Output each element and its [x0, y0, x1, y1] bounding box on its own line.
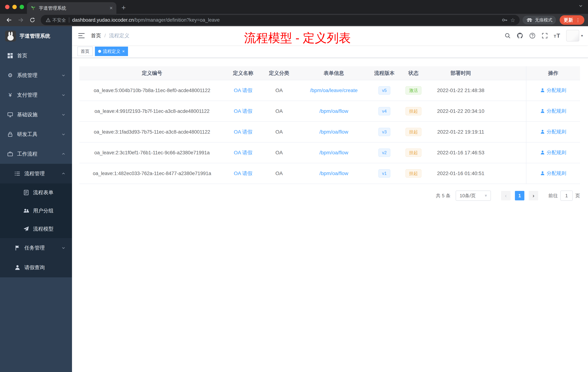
- definition-name-link[interactable]: OA 请假: [234, 171, 252, 176]
- assign-rule-link[interactable]: 分配规则: [540, 170, 566, 176]
- cell-form-info: /bpm/oa/flow: [297, 163, 371, 184]
- definition-name-link[interactable]: OA 请假: [234, 129, 252, 135]
- sidebar-item-system[interactable]: ⚙ 系统管理: [0, 66, 72, 85]
- chevron-down-icon: [62, 73, 65, 77]
- sidebar-item-user-group[interactable]: 用户分组: [0, 202, 72, 220]
- sidebar-item-label: 研发工具: [17, 131, 57, 138]
- user-avatar-dropdown[interactable]: ▾: [566, 30, 583, 42]
- cell-deploy-time: 2022-01-16 01:40:51: [429, 163, 492, 184]
- prev-page-button[interactable]: ‹: [501, 191, 511, 200]
- column-header-form: 表单信息: [297, 66, 371, 80]
- goto-page-input[interactable]: [560, 191, 573, 201]
- assign-rule-label: 分配规则: [547, 87, 566, 94]
- caret-down-icon: ▾: [581, 33, 583, 38]
- next-page-button[interactable]: ›: [529, 191, 538, 200]
- page-number-button[interactable]: 1: [515, 191, 524, 200]
- version-badge: v5: [378, 86, 390, 95]
- tab-close-icon[interactable]: ×: [109, 5, 113, 11]
- zoom-window-button[interactable]: [20, 5, 24, 9]
- column-header-name: 定义名称: [225, 66, 262, 80]
- sidebar-item-task-management[interactable]: 任务管理: [0, 238, 72, 258]
- form-link[interactable]: /bpm/oa/leave/create: [310, 88, 358, 93]
- tag-home[interactable]: 首页: [77, 47, 93, 56]
- url-host: dashboard.yudao.iocoder.cn: [72, 17, 134, 23]
- goto-unit-label: 页: [575, 193, 580, 199]
- active-dot: [98, 50, 101, 53]
- pagination-goto: 前往 页: [548, 191, 580, 201]
- form-link[interactable]: /bpm/oa/flow: [319, 108, 348, 114]
- sidebar-item-home[interactable]: 首页: [0, 46, 72, 66]
- cell-definition-name: OA 请假: [225, 101, 262, 121]
- sidebar-item-label: 任务管理: [24, 244, 57, 251]
- form-link[interactable]: /bpm/oa/flow: [319, 150, 348, 155]
- sidebar-item-devtools[interactable]: 研发工具: [0, 124, 72, 144]
- address-bar[interactable]: 不安全 dashboard.yudao.iocoder.cn/bpm/manag…: [41, 15, 520, 25]
- form-link[interactable]: /bpm/oa/flow: [319, 171, 348, 176]
- breadcrumb-home[interactable]: 首页: [91, 32, 101, 39]
- definition-name-link[interactable]: OA 请假: [234, 88, 252, 93]
- cell-version: v5: [371, 80, 398, 101]
- version-badge: v1: [378, 169, 390, 178]
- forward-button[interactable]: [15, 15, 26, 25]
- cell-filler: [492, 142, 526, 163]
- sidebar-item-workflow[interactable]: 工作流程: [0, 144, 72, 164]
- tag-close-icon[interactable]: ×: [122, 49, 125, 54]
- briefcase-icon: [7, 151, 13, 157]
- browser-menu-icon[interactable]: ⋮: [576, 17, 580, 23]
- fullscreen-icon[interactable]: [538, 26, 551, 45]
- close-window-button[interactable]: [5, 5, 10, 9]
- home-icon: [7, 53, 13, 59]
- assign-rule-link[interactable]: 分配规则: [540, 129, 566, 135]
- sidebar-item-process-form[interactable]: 流程表单: [0, 184, 72, 202]
- sidebar-item-process-model[interactable]: 流程模型: [0, 220, 72, 238]
- search-icon[interactable]: [502, 26, 514, 45]
- sidebar-item-infrastructure[interactable]: 基础设施: [0, 105, 72, 124]
- tag-label: 首页: [81, 48, 89, 54]
- reload-button[interactable]: [27, 15, 38, 25]
- app-title: 芋道管理系统: [20, 33, 50, 40]
- cell-status: 挂起: [398, 163, 429, 184]
- font-size-icon[interactable]: TT: [551, 26, 563, 45]
- tag-process-definition[interactable]: 流程定义 ×: [95, 47, 128, 56]
- assign-rule-label: 分配规则: [547, 108, 566, 114]
- bookmark-star-icon[interactable]: ☆: [510, 17, 515, 23]
- password-key-icon[interactable]: [502, 17, 507, 23]
- assign-rule-link[interactable]: 分配规则: [540, 108, 566, 114]
- page-size-select[interactable]: 10条/页 ▼: [456, 191, 491, 201]
- incognito-label: 无痕模式: [535, 17, 552, 23]
- incognito-icon: [526, 18, 533, 22]
- chevron-down-icon: [62, 246, 65, 250]
- help-icon[interactable]: [526, 26, 538, 45]
- assign-rule-link[interactable]: 分配规则: [540, 149, 566, 156]
- sidebar-item-payment[interactable]: ¥ 支付管理: [0, 85, 72, 105]
- minimize-window-button[interactable]: [12, 5, 17, 9]
- chevron-down-icon: [62, 93, 65, 97]
- browser-update-button[interactable]: 更新 ⋮: [560, 15, 584, 25]
- github-icon[interactable]: [514, 26, 526, 45]
- lock-icon: [7, 131, 13, 137]
- assign-rule-label: 分配规则: [547, 129, 566, 135]
- status-badge: 挂起: [405, 128, 421, 136]
- definition-name-link[interactable]: OA 请假: [234, 108, 252, 114]
- pagination: 共 5 条 10条/页 ▼ ‹ 1 › 前往 页: [79, 191, 580, 212]
- back-button[interactable]: [4, 15, 15, 25]
- form-link[interactable]: /bpm/oa/flow: [319, 129, 348, 135]
- cell-category: OA: [262, 142, 297, 163]
- list-icon: [15, 171, 20, 176]
- sidebar-item-process-management[interactable]: 流程管理: [0, 164, 72, 184]
- user-icon: [540, 129, 545, 134]
- hamburger-icon[interactable]: [72, 26, 91, 45]
- assign-rule-link[interactable]: 分配规则: [540, 87, 566, 94]
- sidebar-item-leave-query[interactable]: 请假查询: [0, 258, 72, 277]
- new-tab-button[interactable]: +: [118, 2, 129, 13]
- security-indicator[interactable]: 不安全: [46, 17, 66, 23]
- sidebar-item-label: 支付管理: [17, 92, 57, 98]
- breadcrumb-separator: [104, 33, 106, 39]
- definition-name-link[interactable]: OA 请假: [234, 150, 252, 155]
- tab-search-chevron-icon[interactable]: [578, 4, 583, 8]
- cell-definition-id: oa_leave:4:991f2193-7b7f-11ec-a3c8-acde4…: [79, 101, 225, 121]
- cell-actions: 分配规则: [526, 101, 580, 121]
- cell-actions: 分配规则: [526, 142, 580, 163]
- browser-tab[interactable]: 芋道管理系统 ×: [27, 2, 116, 14]
- status-badge: 激活: [405, 86, 421, 95]
